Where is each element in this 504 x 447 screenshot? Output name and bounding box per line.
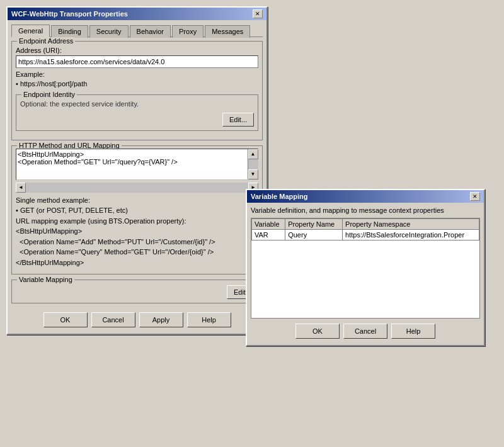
address-label: Address (URI): xyxy=(16,47,258,54)
scroll-track-h xyxy=(26,183,248,193)
main-dialog-title: WCF-WebHttp Transport Properties xyxy=(11,10,128,18)
scroll-track-v xyxy=(248,159,258,169)
single-method-text: Single method example: • GET (or POST, P… xyxy=(16,195,258,268)
cancel-button[interactable]: Cancel xyxy=(91,312,135,327)
titlebar-controls: ✕ xyxy=(253,9,263,18)
tab-proxy[interactable]: Proxy xyxy=(172,25,203,38)
main-dialog: WCF-WebHttp Transport Properties ✕ Gener… xyxy=(6,6,268,335)
col-header-property-name: Property Name xyxy=(285,219,343,230)
scroll-up-button[interactable]: ▲ xyxy=(248,149,258,159)
var-description: Variable definition, and mapping to mess… xyxy=(251,207,480,214)
variable-mapping-legend: Variable Mapping xyxy=(17,276,74,283)
var-help-button[interactable]: Help xyxy=(391,324,435,339)
endpoint-address-legend: Endpoint Address xyxy=(17,37,75,45)
var-table: Variable Property Name Property Namespac… xyxy=(251,218,479,240)
tab-messages[interactable]: Messages xyxy=(205,25,250,38)
scroll-down-button[interactable]: ▼ xyxy=(248,169,258,179)
var-button-row: OK Cancel Help xyxy=(251,321,480,341)
cell-property-namespace: https://BtsSalesforceIntegration.Proper xyxy=(343,230,479,240)
apply-button[interactable]: Apply xyxy=(139,312,183,327)
scrollbar-vertical: ▲ ▼ xyxy=(248,149,258,179)
var-dialog-titlebar: Variable Mapping ✕ xyxy=(247,190,484,203)
close-button[interactable]: ✕ xyxy=(253,9,263,18)
endpoint-identity-section: Endpoint Identity Optional: the expected… xyxy=(16,94,258,131)
var-table-area: Variable Property Name Property Namespac… xyxy=(251,218,480,319)
var-dialog: Variable Mapping ✕ Variable definition, … xyxy=(246,189,485,346)
var-titlebar-controls: ✕ xyxy=(470,192,480,201)
endpoint-address-section: Endpoint Address Address (URI): Example:… xyxy=(11,41,263,140)
address-input[interactable] xyxy=(16,55,258,68)
endpoint-identity-legend: Endpoint Identity xyxy=(21,91,77,98)
cell-property-name: Query xyxy=(285,230,343,240)
tab-security[interactable]: Security xyxy=(89,25,129,38)
var-close-button[interactable]: ✕ xyxy=(470,192,480,201)
dialog-content: General Binding Security Behavior Proxy … xyxy=(8,20,266,334)
table-row[interactable]: VAR Query https://BtsSalesforceIntegrati… xyxy=(252,230,479,240)
url-mapping-container: <BtsHttpUrlMapping> <Operation Method="G… xyxy=(16,149,258,180)
var-ok-button[interactable]: OK xyxy=(295,324,340,339)
scrollbar-h-container: ◄ ► xyxy=(16,183,258,193)
example-label: Example: • https://host[:port]/path xyxy=(16,70,258,89)
variable-mapping-section: Variable Mapping Edit... xyxy=(11,280,263,303)
tab-behavior[interactable]: Behavior xyxy=(130,25,171,38)
col-header-variable: Variable xyxy=(252,219,285,230)
main-dialog-titlebar: WCF-WebHttp Transport Properties ✕ xyxy=(8,8,266,20)
tab-general[interactable]: General xyxy=(11,25,50,37)
scroll-left-button[interactable]: ◄ xyxy=(16,183,26,193)
url-mapping-textarea[interactable]: <BtsHttpUrlMapping> <Operation Method="G… xyxy=(16,149,248,179)
endpoint-identity-edit-button[interactable]: Edit... xyxy=(222,113,254,127)
tab-binding[interactable]: Binding xyxy=(51,25,88,38)
cell-variable: VAR xyxy=(252,230,285,240)
var-cancel-button[interactable]: Cancel xyxy=(343,324,387,339)
http-method-section: HTTP Method and URL Mapping <BtsHttpUrlM… xyxy=(11,145,263,275)
var-dialog-title: Variable Mapping xyxy=(251,193,307,200)
ok-button[interactable]: OK xyxy=(43,312,88,327)
tab-strip: General Binding Security Behavior Proxy … xyxy=(11,24,263,37)
var-dialog-content: Variable definition, and mapping to mess… xyxy=(247,203,484,345)
button-row: OK Cancel Apply Help xyxy=(11,308,263,330)
col-header-property-namespace: Property Namespace xyxy=(343,219,479,230)
help-button[interactable]: Help xyxy=(187,312,231,327)
endpoint-identity-description: Optional: the expected service identity. xyxy=(20,98,254,110)
